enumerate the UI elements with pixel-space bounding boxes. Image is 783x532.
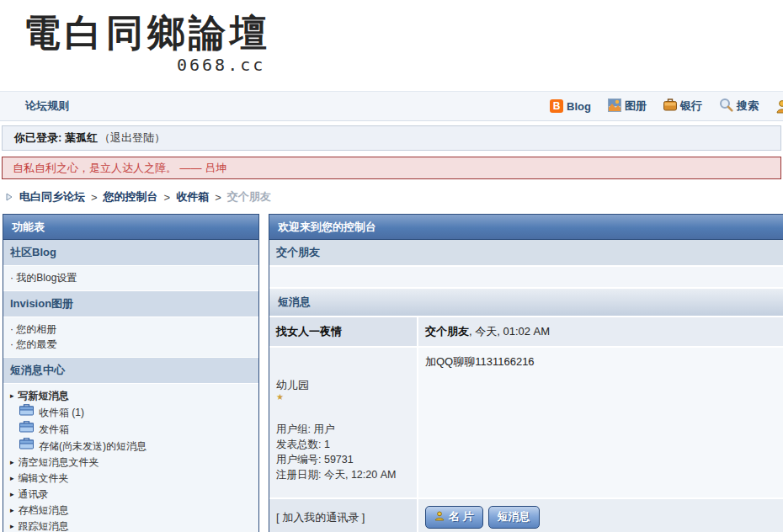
sender-group: 用户组: 用户	[276, 422, 410, 437]
breadcrumb: 电白同乡论坛 > 您的控制台 > 收件箱 > 交个朋友	[5, 189, 783, 205]
breadcrumb-inbox[interactable]: 收件箱	[176, 189, 209, 205]
person-icon	[434, 511, 445, 524]
sidebar-menu: 功能表 社区Blog 我的Blog设置 Invision图册 您的相册 您的最爱…	[3, 214, 259, 532]
sender-name-link[interactable]: 幼儿园	[276, 378, 410, 393]
breadcrumb-forum-home[interactable]: 电白同乡论坛	[19, 189, 85, 205]
sender-registered: 注册日期: 今天, 12:20 AM	[276, 467, 410, 482]
sidebar-item-your-albums[interactable]: 您的相册	[10, 322, 252, 337]
message-topic-bar: 交个朋友	[269, 240, 783, 267]
nav-gallery-label: 图册	[625, 98, 647, 114]
nav-gallery-link[interactable]: 图册	[608, 98, 647, 114]
nav-blog-label: Blog	[567, 100, 591, 113]
folder-icon	[19, 404, 34, 421]
folder-icon	[19, 438, 34, 455]
sender-posts: 发表总数: 1	[276, 437, 410, 452]
action-buttons-cell: 名 片 短消息	[418, 499, 783, 532]
sidebar-group-invision-gallery: 您的相册 您的最爱	[3, 317, 258, 357]
nav-search-label: 搜索	[737, 98, 759, 114]
sidebar-item-compose-pm[interactable]: 写新短消息	[10, 388, 252, 404]
navbar-right-links: B Blog 图册 银行 搜索	[550, 98, 783, 114]
breadcrumb-separator: >	[215, 191, 221, 204]
gallery-icon	[608, 98, 621, 114]
sidebar-item-tracked-pm[interactable]: 跟踪短消息	[10, 519, 252, 532]
sidebar-group-pm-center: 写新短消息 收件箱 (1) 发件箱 存储(尚未发送)的短消息 清空短消息文件夹 …	[3, 384, 258, 532]
control-panel-main: 欢迎来到您的控制台 交个朋友 短消息 找女人一夜情 交个朋友, 今天, 01:0…	[269, 214, 783, 532]
sidebar-item-saved-unsent[interactable]: 存储(尚未发送)的短消息	[10, 438, 252, 455]
nav-bank-link[interactable]: 银行	[663, 98, 702, 114]
blogger-icon: B	[550, 99, 563, 113]
sidebar-item-sent-box[interactable]: 发件箱	[10, 421, 252, 438]
quote-text: 自私自利之心，是立人达人之障。 —— 吕坤	[13, 161, 226, 176]
message-body-text: 加QQ聊聊1131166216	[418, 348, 783, 497]
nav-search-link[interactable]: 搜索	[719, 98, 759, 114]
sidebar-item-inbox[interactable]: 收件箱 (1)	[10, 404, 252, 421]
sidebar-group-community-blog: 我的Blog设置	[3, 266, 258, 290]
forum-page: 電白同鄉論壇 0668.cc 论坛规则 B Blog 图册 银行	[0, 0, 783, 532]
sidebar-item-archived-pm[interactable]: 存档短消息	[10, 503, 252, 519]
send-pm-button[interactable]: 短消息	[488, 506, 540, 529]
breadcrumb-control-panel[interactable]: 您的控制台	[104, 189, 158, 205]
add-contact-link[interactable]: [ 加入我的通讯录 ]	[276, 510, 365, 525]
quote-banner: 自私自利之心，是立人达人之障。 —— 吕坤	[2, 157, 781, 179]
site-domain: 0668.cc	[177, 55, 783, 75]
message-actions-row: [ 加入我的通讯录 ] 名 片 短消息	[269, 497, 783, 532]
nav-blog-link[interactable]: B Blog	[550, 99, 591, 113]
top-navbar: 论坛规则 B Blog 图册 银行 搜	[0, 91, 783, 121]
add-contact-cell: [ 加入我的通讯录 ]	[269, 499, 418, 532]
sidebar-title: 功能表	[3, 215, 258, 240]
login-status-bar: 你已登录: 葉孤红 （退出登陆）	[2, 125, 781, 151]
pm-section-title: 短消息	[269, 289, 783, 316]
sidebar-section-community-blog: 社区Blog	[3, 240, 258, 266]
message-topic-link[interactable]: 交个朋友	[425, 325, 469, 338]
magnifier-icon	[719, 98, 733, 114]
site-header: 電白同鄉論壇 0668.cc	[0, 0, 783, 91]
sender-info-cell: 幼儿园 ★ 用户组: 用户 发表总数: 1 用户编号: 59731 注册日期: …	[269, 348, 418, 497]
rank-star-icon: ★	[276, 393, 410, 402]
nav-bank-label: 银行	[680, 98, 702, 114]
logout-link[interactable]: （退出登陆）	[99, 130, 165, 146]
site-logo[interactable]: 電白同鄉論壇 0668.cc	[24, 12, 783, 75]
message-date: , 今天, 01:02 AM	[469, 325, 550, 338]
site-title: 電白同鄉論壇	[24, 12, 783, 55]
breadcrumb-separator: >	[91, 191, 98, 204]
sidebar-item-empty-folders[interactable]: 清空短消息文件夹	[10, 455, 252, 471]
empty-row	[269, 267, 783, 289]
sidebar-item-my-blog-settings[interactable]: 我的Blog设置	[10, 270, 252, 285]
message-meta: 交个朋友, 今天, 01:02 AM	[418, 317, 783, 346]
main-panel-title: 欢迎来到您的控制台	[269, 215, 783, 240]
sidebar-item-edit-folders[interactable]: 编辑文件夹	[10, 471, 252, 487]
sidebar-item-address-book[interactable]: 通讯录	[10, 487, 252, 503]
login-status-text: 你已登录: 葉孤红	[14, 130, 98, 146]
breadcrumb-arrow-icon	[5, 191, 13, 204]
breadcrumb-separator: >	[164, 191, 171, 204]
sidebar-item-your-favorites[interactable]: 您的最爱	[10, 337, 252, 352]
content-area: 功能表 社区Blog 我的Blog设置 Invision图册 您的相册 您的最爱…	[3, 214, 783, 532]
folder-icon	[19, 421, 34, 438]
message-body-row: 幼儿园 ★ 用户组: 用户 发表总数: 1 用户编号: 59731 注册日期: …	[269, 346, 783, 497]
breadcrumb-current-page: 交个朋友	[227, 189, 271, 205]
briefcase-icon	[663, 98, 677, 114]
message-header-row: 找女人一夜情 交个朋友, 今天, 01:02 AM	[269, 316, 783, 346]
members-icon-partial[interactable]	[775, 99, 783, 114]
sidebar-section-pm-center: 短消息中心	[3, 357, 258, 384]
message-subject: 找女人一夜情	[269, 317, 418, 346]
nav-forum-rules-link[interactable]: 论坛规则	[25, 98, 69, 114]
profile-card-button[interactable]: 名 片	[425, 506, 483, 529]
sender-profile: 用户组: 用户 发表总数: 1 用户编号: 59731 注册日期: 今天, 12…	[276, 422, 410, 482]
sidebar-section-invision-gallery: Invision图册	[3, 290, 258, 317]
sender-uid: 用户编号: 59731	[276, 452, 410, 467]
